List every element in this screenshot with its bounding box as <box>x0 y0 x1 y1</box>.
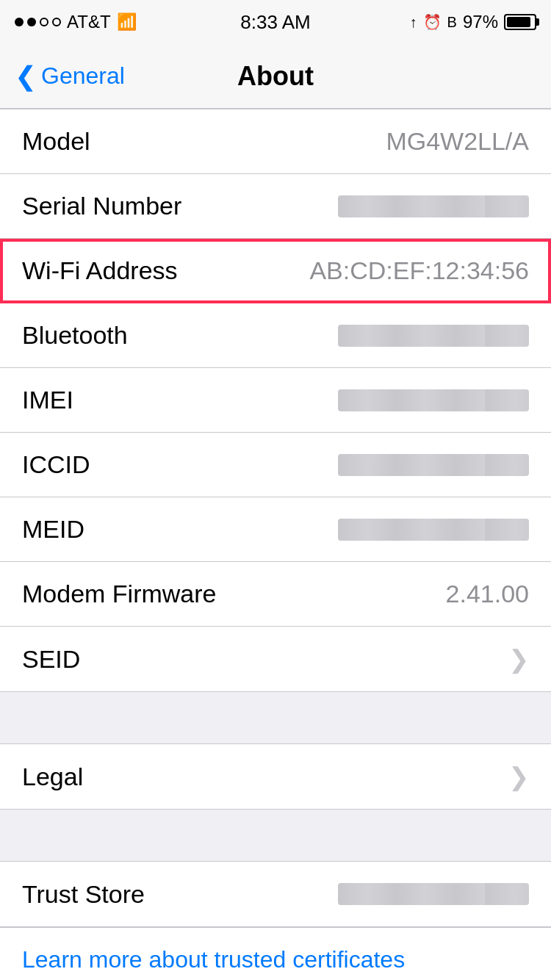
row-imei-label: IMEI <box>22 386 73 414</box>
row-legal-right: ❯ <box>501 762 529 791</box>
battery-fill <box>507 17 530 27</box>
row-modem-label: Modem Firmware <box>22 580 216 608</box>
link-row[interactable]: Learn more about trusted certificates <box>0 927 551 980</box>
battery-percent: 97% <box>463 12 498 32</box>
bluetooth-icon: B <box>447 14 457 31</box>
row-modem: Modem Firmware 2.41.00 <box>0 562 551 627</box>
row-modem-value: 2.41.00 <box>446 580 529 608</box>
signal-dot-1 <box>15 18 24 26</box>
signal-dot-3 <box>40 18 48 26</box>
spacer-1 <box>0 692 551 743</box>
row-meid-label: MEID <box>22 515 84 544</box>
carrier-label: AT&T <box>67 12 111 32</box>
row-seid-label: SEID <box>22 645 80 674</box>
chevron-right-icon: ❯ <box>508 644 529 674</box>
row-serial: Serial Number <box>0 174 551 239</box>
row-bluetooth: Bluetooth <box>0 303 551 368</box>
row-bluetooth-value <box>338 325 529 347</box>
row-wifi: Wi-Fi Address AB:CD:EF:12:34:56 <box>0 239 551 303</box>
row-seid[interactable]: SEID ❯ <box>0 627 551 691</box>
status-left: AT&T 📶 <box>15 12 137 32</box>
status-bar: AT&T 📶 8:33 AM ↑ ⏰ B 97% <box>0 0 551 44</box>
row-iccid-label: ICCID <box>22 450 90 479</box>
row-model-value: MG4W2LL/A <box>386 127 529 156</box>
row-model: Model MG4W2LL/A <box>0 109 551 174</box>
back-button[interactable]: ❮ General <box>15 61 125 92</box>
row-truststore-label: Trust Store <box>22 880 145 909</box>
nav-bar: ❮ General About <box>0 44 551 109</box>
row-iccid: ICCID <box>0 433 551 497</box>
location-icon: ↑ <box>410 14 417 31</box>
table-group-3: Trust Store <box>0 861 551 927</box>
row-meid: MEID <box>0 497 551 562</box>
row-imei: IMEI <box>0 368 551 433</box>
legal-chevron-icon: ❯ <box>508 762 529 791</box>
row-wifi-value: AB:CD:EF:12:34:56 <box>309 256 529 285</box>
back-label: General <box>41 62 125 90</box>
status-time: 8:33 AM <box>240 11 310 34</box>
row-bluetooth-label: Bluetooth <box>22 321 128 350</box>
row-truststore: Trust Store <box>0 862 551 926</box>
learn-more-link[interactable]: Learn more about trusted certificates <box>22 946 405 973</box>
alarm-icon: ⏰ <box>423 13 442 31</box>
page-title: About <box>237 61 314 92</box>
row-wifi-label: Wi-Fi Address <box>22 256 178 285</box>
row-legal-label: Legal <box>22 763 83 791</box>
row-seid-right: ❯ <box>501 644 529 674</box>
row-serial-value <box>338 195 529 217</box>
spacer-2 <box>0 810 551 861</box>
status-right: ↑ ⏰ B 97% <box>410 12 536 32</box>
battery-icon <box>504 14 536 30</box>
back-chevron-icon: ❮ <box>15 61 37 92</box>
signal-dot-4 <box>52 18 61 26</box>
row-imei-value <box>338 389 529 411</box>
wifi-status-icon: 📶 <box>117 12 137 32</box>
table-group-2: Legal ❯ <box>0 743 551 810</box>
signal-dot-2 <box>27 18 36 26</box>
signal-dots <box>15 18 61 26</box>
row-truststore-value <box>338 883 529 905</box>
row-model-label: Model <box>22 127 90 156</box>
row-serial-label: Serial Number <box>22 192 181 220</box>
row-iccid-value <box>338 454 529 476</box>
row-legal[interactable]: Legal ❯ <box>0 744 551 809</box>
row-meid-value <box>338 519 529 541</box>
table-group-1: Model MG4W2LL/A Serial Number Wi-Fi Addr… <box>0 109 551 692</box>
